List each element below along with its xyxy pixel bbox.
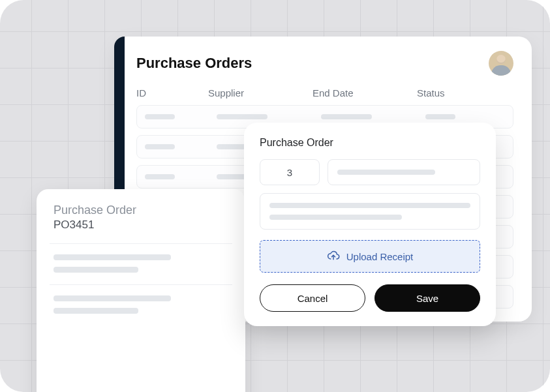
placeholder [425,114,455,119]
col-status: Status [417,87,495,98]
purchase-order-modal: Purchase Order 3 Upload Receipt [244,123,496,326]
save-label: Save [416,293,438,304]
placeholder [53,295,171,301]
placeholder [53,267,138,273]
placeholder [269,203,470,208]
page-title: Purchase Orders [136,55,252,72]
placeholder [53,308,138,314]
col-id: ID [136,87,208,98]
placeholder [145,114,175,119]
placeholder [145,174,175,179]
placeholder [337,170,435,175]
description-input[interactable] [260,193,480,230]
quantity-input[interactable]: 3 [260,159,320,185]
detail-title: Purchase Order [53,204,228,217]
divider [50,284,232,285]
purchase-order-id: PO3451 [53,219,228,232]
modal-title: Purchase Order [260,137,480,149]
placeholder [321,114,372,119]
text-input[interactable] [328,159,480,185]
save-button[interactable]: Save [374,284,480,312]
col-supplier: Supplier [208,87,313,98]
placeholder [217,114,267,119]
divider [50,243,232,244]
col-enddate: End Date [313,87,417,98]
placeholder [53,254,171,260]
table-header: ID Supplier End Date Status [136,87,513,98]
upload-receipt-button[interactable]: Upload Receipt [260,240,480,273]
cloud-upload-icon [327,249,340,264]
upload-label: Upload Receipt [346,251,414,262]
placeholder [269,215,402,220]
cancel-button[interactable]: Cancel [260,284,365,312]
cancel-label: Cancel [298,293,328,304]
quantity-value: 3 [287,167,292,178]
user-avatar[interactable] [489,51,513,76]
purchase-order-detail-card: Purchase Order PO3451 Items QTY Unit Pri… [37,189,245,392]
placeholder [145,144,175,149]
